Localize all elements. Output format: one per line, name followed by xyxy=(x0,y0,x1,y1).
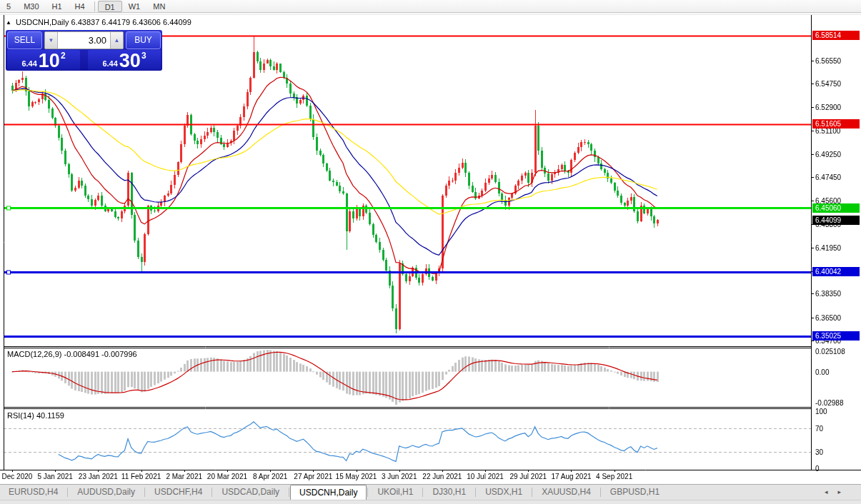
price-line-badge: 6.40042 xyxy=(812,267,860,276)
buy-price-display[interactable]: 6.44 30 3 xyxy=(88,50,161,70)
buy-price-small: 6.44 xyxy=(102,59,117,68)
sell-price-sup: 2 xyxy=(61,51,66,61)
price-chart-canvas[interactable] xyxy=(0,0,861,504)
trading-app-window: 5M30H1H4D1W1MN ▲USDCNH,Daily 6.43837 6.4… xyxy=(0,0,861,504)
toolbar-separator xyxy=(94,1,95,11)
rsi-scale-30: 30 xyxy=(815,448,823,456)
price-axis-tick: 6.47450 xyxy=(815,173,841,181)
price-axis-tick: 6.38350 xyxy=(815,290,841,298)
price-line-badge: 6.35025 xyxy=(812,331,860,341)
price-line-badge: 6.58514 xyxy=(812,31,860,40)
symbol-tab-audusd[interactable]: AUDUSD,Daily xyxy=(69,485,144,500)
bottom-status-strip xyxy=(0,500,861,504)
tab-separator xyxy=(289,488,289,497)
tab-scroll-right-icon[interactable]: ▸ xyxy=(837,488,851,495)
price-gap xyxy=(80,50,88,70)
tab-separator xyxy=(211,488,212,497)
buy-price-sup: 3 xyxy=(141,51,146,61)
price-line-badge: 6.44099 xyxy=(812,216,860,225)
volume-spinner: ▼ 3.00 ▲ xyxy=(44,31,124,49)
price-axis-tick: 6.52900 xyxy=(815,104,841,111)
timeframe-button-5[interactable]: 5 xyxy=(0,1,17,12)
macd-scale-max: 0.025108 xyxy=(815,348,845,356)
symbol-tab-usdx[interactable]: USDX,H1 xyxy=(477,485,531,500)
volume-input[interactable]: 3.00 xyxy=(58,32,110,49)
timeframe-button-h4[interactable]: H4 xyxy=(69,1,91,12)
symbol-tab-usdchf[interactable]: USDCHF,H4 xyxy=(146,485,211,500)
rsi-scale-0: 0 xyxy=(815,465,820,473)
chart-ohlc-values: 6.43837 6.44179 6.43606 6.44099 xyxy=(71,18,191,26)
price-line-badge: 6.45060 xyxy=(812,203,860,213)
price-axis-tick: 6.41950 xyxy=(815,244,841,252)
symbol-tab-xauusd[interactable]: XAUUSD,H4 xyxy=(533,485,599,500)
chart-symbol-period: USDCNH,Daily xyxy=(16,18,69,26)
one-click-trade-panel: SELL ▼ 3.00 ▲ BUY 6.44 10 2 6.44 30 3 xyxy=(6,30,162,71)
sell-price-small: 6.44 xyxy=(21,59,36,68)
timeframe-button-w1[interactable]: W1 xyxy=(122,1,147,12)
macd-scale-min: -0.02988 xyxy=(815,399,843,407)
symbol-tab-gbpusd[interactable]: GBPUSD,H1 xyxy=(602,485,668,500)
symbol-tab-dj30[interactable]: DJ30,H1 xyxy=(424,485,474,500)
symbol-tab-ukoil[interactable]: UKOil,H1 xyxy=(369,485,422,500)
rsi-indicator-label: RSI(14) 40.1159 xyxy=(7,411,64,420)
symbol-tab-usdcnh[interactable]: USDCNH,Daily xyxy=(290,485,367,500)
timeframe-button-h1[interactable]: H1 xyxy=(46,1,69,12)
timeframe-button-d1[interactable]: D1 xyxy=(98,1,122,12)
timeframe-button-m30[interactable]: M30 xyxy=(17,1,45,12)
tab-separator xyxy=(367,488,368,497)
tab-scroll-arrows: ◂▸ xyxy=(825,488,851,495)
symbol-tab-eurusd[interactable]: EURUSD,H4 xyxy=(0,485,66,500)
rsi-scale-70: 70 xyxy=(815,425,823,433)
price-axis-tick: 6.49250 xyxy=(815,151,841,158)
rsi-scale-100: 100 xyxy=(815,408,827,415)
volume-decrease-button[interactable]: ▼ xyxy=(45,32,58,49)
tab-separator xyxy=(67,488,68,497)
tab-separator xyxy=(144,488,145,497)
sell-button[interactable]: SELL xyxy=(7,31,42,49)
tab-scroll-left-icon[interactable]: ◂ xyxy=(825,488,838,495)
tab-separator xyxy=(532,488,532,497)
price-axis-tick: 6.36500 xyxy=(815,314,841,322)
sell-price-big: 10 xyxy=(39,51,60,70)
macd-scale-zero: 0.00 xyxy=(815,368,829,376)
price-axis-tick: 6.56550 xyxy=(815,57,841,65)
tab-separator xyxy=(600,488,601,497)
volume-increase-button[interactable]: ▲ xyxy=(110,32,123,49)
price-axis-tick: 6.54750 xyxy=(815,80,841,88)
date-axis-label: 4 Sep 2021 xyxy=(586,473,643,480)
timeframe-toolbar: 5M30H1H4D1W1MN xyxy=(0,0,861,13)
macd-indicator-label: MACD(12,26,9) -0.008491 -0.007996 xyxy=(7,350,137,358)
tab-separator xyxy=(422,488,423,497)
symbol-tab-bar: EURUSD,H4AUDUSD,DailyUSDCHF,H4USDCAD,Dai… xyxy=(0,484,861,500)
collapse-triangle-icon[interactable]: ▲ xyxy=(6,19,11,26)
tab-separator xyxy=(475,488,476,497)
symbol-tab-usdcad[interactable]: USDCAD,Daily xyxy=(213,485,288,500)
timeframe-button-mn[interactable]: MN xyxy=(146,1,171,12)
sell-price-display[interactable]: 6.44 10 2 xyxy=(7,50,80,70)
buy-button[interactable]: BUY xyxy=(126,31,161,49)
price-line-badge: 6.51605 xyxy=(812,119,860,128)
chart-header: ▲USDCNH,Daily 6.43837 6.44179 6.43606 6.… xyxy=(6,18,191,26)
buy-price-big: 30 xyxy=(119,51,141,70)
toolbar-divider xyxy=(0,14,861,15)
